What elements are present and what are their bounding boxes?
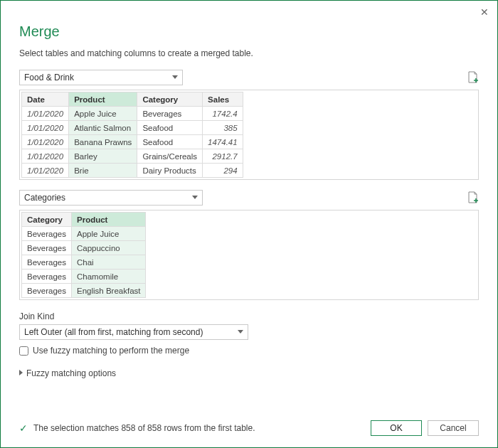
table2-dropdown-value: Categories <box>24 193 65 203</box>
table-cell[interactable]: 1/01/2020 <box>22 149 69 164</box>
column-header[interactable]: Sales <box>203 92 243 107</box>
column-header[interactable]: Product <box>71 213 146 227</box>
table-cell[interactable]: Seafood <box>137 121 203 135</box>
check-icon: ✓ <box>19 422 28 434</box>
table-cell[interactable]: Grains/Cereals <box>137 149 203 164</box>
table1-select-row: Food & Drink <box>19 70 479 85</box>
column-header[interactable]: Category <box>137 92 203 107</box>
table-cell[interactable]: Beverages <box>22 284 72 298</box>
table-cell[interactable]: 385 <box>203 121 243 135</box>
table-row[interactable]: 1/01/2020Atlantic SalmonSeafood385 <box>22 121 243 135</box>
table1-dropdown[interactable]: Food & Drink <box>19 70 183 85</box>
chevron-right-icon <box>19 370 23 375</box>
chevron-down-icon <box>238 330 243 334</box>
table-row[interactable]: BeveragesCappuccino <box>22 241 146 255</box>
table-cell[interactable]: English Breakfast <box>71 284 146 298</box>
table-cell[interactable]: Seafood <box>137 135 203 149</box>
fuzzy-checkbox-label: Use fuzzy matching to perform the merge <box>33 346 189 356</box>
table-row[interactable]: BeveragesChamomile <box>22 270 146 284</box>
chevron-down-icon <box>192 196 198 199</box>
table-row[interactable]: 1/01/2020BrieDairy Products294 <box>22 164 243 178</box>
dialog-title: Merge <box>19 23 479 40</box>
dialog-subtitle: Select tables and matching columns to cr… <box>19 48 479 58</box>
add-table1-icon[interactable] <box>467 71 479 84</box>
fuzzy-checkbox-row[interactable]: Use fuzzy matching to perform the merge <box>19 346 479 356</box>
table1-dropdown-value: Food & Drink <box>24 73 74 82</box>
column-header[interactable]: Date <box>22 92 69 107</box>
table-row[interactable]: 1/01/2020Banana PrawnsSeafood1474.41 <box>22 135 243 149</box>
fuzzy-options-label: Fuzzy matching options <box>26 368 116 378</box>
table-row[interactable]: 1/01/2020Apple JuiceBeverages1742.4 <box>22 107 243 121</box>
table2-preview[interactable]: CategoryProductBeveragesApple JuiceBever… <box>19 210 479 300</box>
chevron-down-icon <box>172 75 178 79</box>
merge-dialog: ✕ Merge Select tables and matching colum… <box>0 0 498 448</box>
table-cell[interactable]: 1474.41 <box>203 135 243 149</box>
join-kind-dropdown[interactable]: Left Outer (all from first, matching fro… <box>19 324 248 340</box>
join-kind-value: Left Outer (all from first, matching fro… <box>24 327 203 337</box>
table-cell[interactable]: 1742.4 <box>203 107 243 121</box>
dialog-footer: ✓ The selection matches 858 of 858 rows … <box>19 409 479 436</box>
ok-button[interactable]: OK <box>371 420 422 436</box>
button-row: OK Cancel <box>371 420 479 436</box>
table-row[interactable]: BeveragesChai <box>22 255 146 270</box>
table-row[interactable]: 1/01/2020BarleyGrains/Cereals2912.7 <box>22 149 243 164</box>
table1-preview[interactable]: DateProductCategorySales1/01/2020Apple J… <box>19 90 479 180</box>
close-button[interactable]: ✕ <box>480 6 489 18</box>
table-cell[interactable]: Apple Juice <box>69 107 137 121</box>
table2-select-row: Categories <box>19 190 479 206</box>
table-cell[interactable]: Beverages <box>22 241 72 255</box>
table2-dropdown[interactable]: Categories <box>19 190 203 206</box>
table-cell[interactable]: Chamomile <box>71 270 146 284</box>
table-cell[interactable]: Banana Prawns <box>69 135 137 149</box>
table-cell[interactable]: Beverages <box>22 255 72 270</box>
table-row[interactable]: BeveragesApple Juice <box>22 227 146 241</box>
table-cell[interactable]: Beverages <box>137 107 203 121</box>
table-cell[interactable]: Beverages <box>22 227 72 241</box>
table-cell[interactable]: Barley <box>69 149 137 164</box>
table-cell[interactable]: 2912.7 <box>203 149 243 164</box>
column-header[interactable]: Category <box>22 213 72 227</box>
table-cell[interactable]: Cappuccino <box>71 241 146 255</box>
status-text: The selection matches 858 of 858 rows fr… <box>33 423 255 433</box>
column-header[interactable]: Product <box>69 92 137 107</box>
table-cell[interactable]: Apple Juice <box>71 227 146 241</box>
table-cell[interactable]: Brie <box>69 164 137 178</box>
status-row: ✓ The selection matches 858 of 858 rows … <box>19 422 255 434</box>
fuzzy-checkbox[interactable] <box>19 346 28 356</box>
table-cell[interactable]: 1/01/2020 <box>22 135 69 149</box>
table-cell[interactable]: Chai <box>71 255 146 270</box>
close-icon: ✕ <box>480 6 489 18</box>
table-cell[interactable]: Beverages <box>22 270 72 284</box>
table-cell[interactable]: 294 <box>203 164 243 178</box>
add-table2-icon[interactable] <box>467 191 479 204</box>
join-kind-label: Join Kind <box>19 311 479 321</box>
table-cell[interactable]: 1/01/2020 <box>22 164 69 178</box>
table-cell[interactable]: 1/01/2020 <box>22 107 69 121</box>
table-cell[interactable]: Atlantic Salmon <box>69 121 137 135</box>
fuzzy-options-expander[interactable]: Fuzzy matching options <box>19 368 479 378</box>
table-cell[interactable]: 1/01/2020 <box>22 121 69 135</box>
table-row[interactable]: BeveragesEnglish Breakfast <box>22 284 146 298</box>
cancel-button[interactable]: Cancel <box>428 420 479 436</box>
table-cell[interactable]: Dairy Products <box>137 164 203 178</box>
